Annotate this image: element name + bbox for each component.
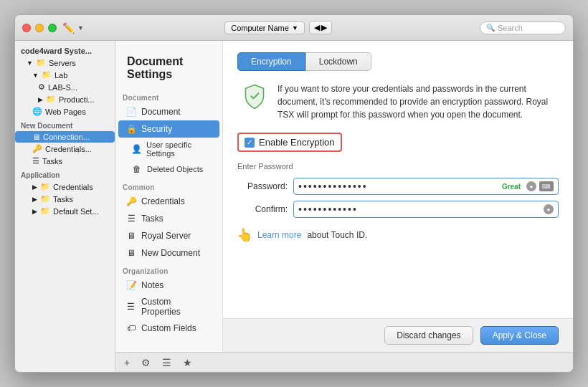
- sidebar-label-credentials: Credentials...: [45, 145, 92, 153]
- settings-item-user-specific[interactable]: 👤 User specific Settings: [118, 138, 219, 161]
- star-button[interactable]: ★: [180, 355, 195, 370]
- search-box[interactable]: 🔍 Search: [480, 22, 566, 34]
- chevron-right-icon: ▶: [32, 183, 37, 191]
- password-row: Password: •••••••••••••• Great ● ⌨: [237, 178, 559, 195]
- chevron-down-icon: ▼: [292, 24, 298, 32]
- server-icon: 🖥: [125, 230, 137, 242]
- chevron-down-icon: ▼: [27, 59, 33, 67]
- application-section: Application: [15, 167, 115, 181]
- confirm-input[interactable]: •••••••••••• ●: [293, 201, 559, 218]
- password-generator-button[interactable]: ⌨: [539, 181, 554, 191]
- sidebar-item-lab[interactable]: ▼ 📁 Lab: [15, 69, 115, 81]
- enable-encryption-checkbox-wrap[interactable]: ✓ Enable Encryption: [237, 133, 342, 152]
- sidebar-label-servers: Servers: [49, 59, 76, 67]
- sidebar-label-web-pages: Web Pages: [45, 108, 86, 116]
- sidebar-item-app-tasks[interactable]: ▶ 📁 Tasks: [15, 193, 115, 205]
- computer-name-label: Computer Name: [231, 24, 289, 32]
- sidebar-item-lab-s[interactable]: ⚙ LAB-S...: [15, 81, 115, 93]
- doc-settings-panel: Document Settings Document 📄 Document 🔒 …: [115, 41, 573, 352]
- gear-button[interactable]: ⚙: [138, 355, 153, 370]
- folder-icon: 📁: [46, 95, 56, 104]
- item-icon: 🌐: [32, 107, 42, 116]
- fullscreen-button[interactable]: [48, 24, 57, 32]
- settings-item-custom-fields-label: Custom Fields: [141, 323, 196, 333]
- settings-item-custom-fields[interactable]: 🏷 Custom Fields: [118, 320, 219, 337]
- main-window: ✏️ ▼ Computer Name ▼ ◀ ▶ 🔍 Search code4w…: [14, 14, 574, 373]
- confirm-visibility-button[interactable]: ●: [544, 204, 554, 214]
- settings-item-credentials[interactable]: 🔑 Credentials: [118, 193, 219, 210]
- encryption-checkbox[interactable]: ✓: [245, 138, 255, 148]
- touchid-learn-more-link[interactable]: Learn more: [257, 230, 301, 240]
- password-input[interactable]: •••••••••••••• Great ● ⌨: [293, 178, 559, 195]
- titlebar: ✏️ ▼ Computer Name ▼ ◀ ▶ 🔍 Search: [15, 15, 573, 41]
- sidebar-label-lab: Lab: [54, 71, 67, 80]
- search-icon: 🔍: [486, 24, 495, 32]
- settings-item-tasks-label: Tasks: [141, 214, 163, 224]
- quality-badge: Great: [502, 183, 521, 191]
- settings-item-custom-props-label: Custom Properties: [141, 297, 212, 317]
- apply-close-button[interactable]: Apply & Close: [480, 326, 559, 345]
- confirm-dots: ••••••••••••: [298, 204, 541, 215]
- security-icon: 🔒: [125, 123, 137, 135]
- close-button[interactable]: [22, 24, 31, 32]
- settings-item-user-specific-label: User specific Settings: [146, 140, 212, 158]
- titlebar-center: Computer Name ▼ ◀ ▶: [77, 21, 480, 34]
- touchid-icon: 👆: [237, 228, 252, 242]
- settings-item-tasks[interactable]: ☰ Tasks: [118, 210, 219, 227]
- tab-lockdown[interactable]: Lockdown: [305, 52, 371, 71]
- sidebar-item-credentials[interactable]: 🔑 Credentials...: [15, 143, 115, 155]
- password-visibility-button[interactable]: ●: [526, 181, 536, 191]
- props-icon: ☰: [125, 301, 137, 312]
- settings-item-royal-server[interactable]: 🖥 Royal Server: [118, 227, 219, 244]
- settings-item-document[interactable]: 📄 Document: [118, 103, 219, 120]
- common-section-header: Common: [115, 178, 222, 193]
- sidebar-item-app-credentials[interactable]: ▶ 📁 Credentials: [15, 181, 115, 193]
- sidebar-label-tasks: Tasks: [42, 157, 62, 166]
- sidebar-header: code4ward Syste...: [15, 45, 115, 57]
- chevron-down-icon: ▼: [32, 72, 39, 79]
- info-text: If you want to store your credentials an…: [278, 82, 556, 121]
- shield-icon-wrap: [240, 82, 269, 111]
- toolbar-icon: ✏️: [62, 22, 75, 34]
- tab-encryption[interactable]: Encryption: [237, 52, 305, 71]
- item-icon: 🖥: [32, 133, 40, 141]
- notes-icon: 📝: [125, 280, 137, 291]
- sidebar-item-producti[interactable]: ▶ 📁 Producti...: [15, 93, 115, 105]
- chevron-right-icon: ▶: [38, 96, 43, 103]
- nav-back-forward[interactable]: ◀ ▶: [309, 21, 332, 34]
- tasks-icon: ☰: [125, 213, 137, 224]
- settings-item-custom-props[interactable]: ☰ Custom Properties: [118, 294, 219, 320]
- touchid-row: 👆 Learn more about Touch ID.: [237, 228, 559, 242]
- minimize-button[interactable]: [35, 24, 44, 32]
- document-section-header: Document: [115, 88, 222, 103]
- sidebar-label-app-tasks: Tasks: [53, 195, 73, 204]
- sidebar-item-tasks[interactable]: ☰ Tasks: [15, 155, 115, 167]
- settings-title: Document Settings: [115, 48, 222, 88]
- sidebar-item-default-set[interactable]: ▶ 📁 Default Set...: [15, 205, 115, 217]
- sidebar-item-web-pages[interactable]: 🌐 Web Pages: [15, 105, 115, 118]
- document-icon: 📄: [125, 106, 137, 118]
- settings-item-deleted[interactable]: 🗑 Deleted Objects: [118, 161, 219, 178]
- user-icon: 👤: [131, 143, 142, 155]
- search-placeholder: Search: [498, 24, 523, 32]
- chevron-left-icon: ◀: [314, 23, 320, 32]
- shield-icon: [242, 84, 267, 110]
- folder-icon: 📁: [40, 206, 50, 216]
- settings-item-document-label: Document: [141, 107, 181, 117]
- enable-encryption-row: ✓ Enable Encryption: [237, 133, 559, 152]
- discard-button[interactable]: Discard changes: [384, 326, 473, 345]
- list-button[interactable]: ☰: [159, 355, 174, 370]
- settings-item-credentials-label: Credentials: [141, 196, 185, 206]
- computer-name-button[interactable]: Computer Name ▼: [224, 22, 305, 34]
- settings-panel: Encryption Lockdown If you wan: [223, 41, 573, 352]
- add-button[interactable]: +: [121, 355, 133, 370]
- key-icon: 🔑: [125, 196, 137, 207]
- settings-item-secure-gateway[interactable]: 🖥 New Document: [118, 244, 219, 262]
- sidebar-item-servers[interactable]: ▼ 📁 Servers: [15, 57, 115, 69]
- folder-icon: 📁: [40, 194, 50, 204]
- settings-item-notes[interactable]: 📝 Notes: [118, 277, 219, 294]
- sidebar-label-lab-s: LAB-S...: [48, 83, 77, 92]
- sidebar-item-connections[interactable]: 🖥 Connection...: [15, 131, 115, 143]
- settings-item-security[interactable]: 🔒 Security: [118, 120, 219, 138]
- settings-nav: Document Settings Document 📄 Document 🔒 …: [115, 41, 223, 352]
